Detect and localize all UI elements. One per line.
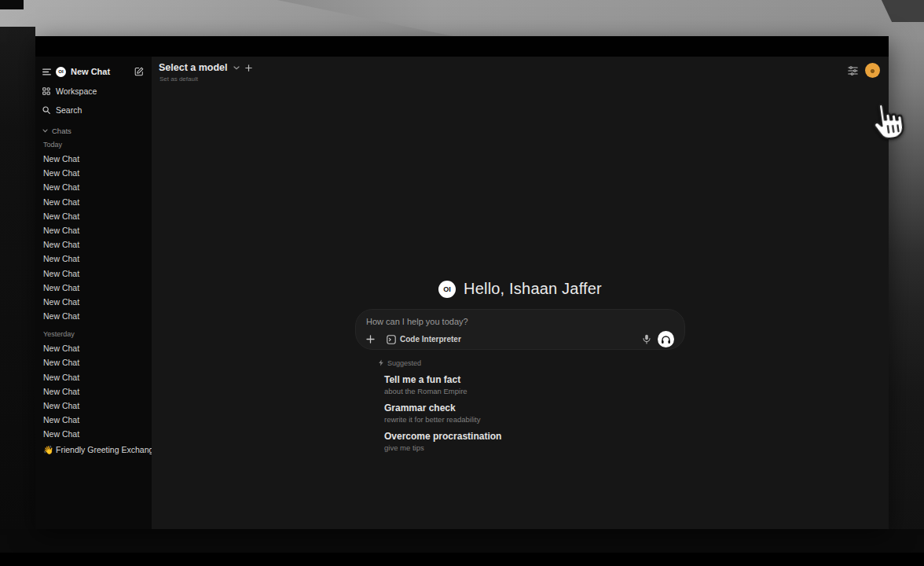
- window-titlebar: [35, 36, 889, 57]
- suggested-label: Suggested: [387, 359, 421, 367]
- chats-section-toggle[interactable]: Chats: [42, 126, 145, 135]
- suggested-prompts: Tell me a fun factabout the Roman Empire…: [355, 374, 685, 452]
- chat-list-item[interactable]: New Chat: [42, 355, 145, 369]
- chats-section-label: Chats: [52, 127, 72, 135]
- main-topbar: Select a model Set as default: [152, 57, 889, 97]
- sidebar-header: OI New Chat: [42, 65, 145, 78]
- chat-list-item[interactable]: New Chat: [42, 252, 145, 266]
- background-right-strip: [889, 36, 924, 530]
- suggested-prompt-title: Overcome procrastination: [384, 431, 685, 442]
- chat-list-item[interactable]: New Chat: [42, 295, 145, 309]
- background-bottom-bar: [0, 553, 924, 566]
- chat-list-item[interactable]: New Chat: [42, 309, 145, 323]
- chat-list-item[interactable]: New Chat: [42, 166, 145, 180]
- greeting: OI Hello, Ishaan Jaffer: [355, 280, 685, 298]
- desktop-background: OI New Chat Workspace Searc: [0, 0, 924, 566]
- app-logo: OI: [438, 281, 456, 298]
- suggested-header: Suggested: [378, 358, 685, 367]
- code-interpreter-button[interactable]: Code Interpreter: [387, 335, 461, 344]
- main-panel: Select a model Set as default: [152, 57, 889, 529]
- chat-list-item[interactable]: New Chat: [42, 399, 145, 413]
- model-selector[interactable]: Select a model: [159, 62, 879, 73]
- suggested-prompt-subtitle: give me tips: [384, 443, 685, 452]
- model-selector-label: Select a model: [159, 62, 228, 73]
- chat-list-item[interactable]: New Chat: [42, 413, 145, 427]
- chat-list-item[interactable]: New Chat: [42, 427, 145, 441]
- attach-plus-button[interactable]: [366, 335, 375, 344]
- controls-sliders-icon[interactable]: [848, 66, 858, 75]
- sidebar-toggle-icon[interactable]: [42, 68, 51, 75]
- chevron-down-icon: [42, 129, 48, 133]
- suggested-section: Suggested Tell me a fun factabout the Ro…: [355, 358, 685, 452]
- chat-list-item[interactable]: New Chat: [42, 281, 145, 295]
- sidebar-title: New Chat: [71, 67, 110, 76]
- suggested-prompt-title: Grammar check: [384, 402, 685, 413]
- voice-call-button[interactable]: [658, 331, 674, 347]
- suggested-prompt-title: Tell me a fun fact: [384, 374, 685, 385]
- new-chat-button[interactable]: [134, 67, 144, 76]
- search-icon: [42, 106, 50, 114]
- user-avatar[interactable]: [865, 63, 880, 78]
- suggested-prompt-subtitle: about the Roman Empire: [384, 387, 685, 395]
- code-interpreter-label: Code Interpreter: [400, 335, 461, 344]
- workspace-grid-icon: [42, 87, 50, 95]
- chat-list-item[interactable]: New Chat: [42, 341, 145, 355]
- background-top-left-notch: [0, 0, 24, 9]
- sidebar-item-workspace[interactable]: Workspace: [42, 86, 145, 97]
- chat-list-item-named[interactable]: 👋 Friendly Greeting Exchange: [42, 443, 145, 457]
- code-interpreter-icon: [387, 335, 396, 344]
- app-window: OI New Chat Workspace Searc: [35, 36, 889, 529]
- background-left-strip: [0, 27, 35, 530]
- greeting-text: Hello, Ishaan Jaffer: [464, 280, 602, 298]
- set-as-default-button[interactable]: Set as default: [160, 75, 879, 83]
- app-logo: OI: [56, 67, 66, 77]
- chat-group-label: Yesterday: [43, 330, 145, 339]
- chat-list-item[interactable]: New Chat: [42, 180, 145, 194]
- message-composer: Code Interpreter: [355, 309, 685, 350]
- chat-list-item[interactable]: New Chat: [42, 370, 145, 384]
- sidebar-item-label: Search: [56, 105, 82, 115]
- composer-controls: Code Interpreter: [366, 331, 674, 347]
- message-input[interactable]: [366, 317, 674, 326]
- microphone-button[interactable]: [643, 334, 651, 344]
- chevron-down-icon: [233, 66, 240, 70]
- suggested-prompt-subtitle: rewrite it for better readability: [384, 415, 685, 424]
- welcome-area: OI Hello, Ishaan Jaffer: [355, 280, 685, 452]
- chat-group-label: Today: [43, 141, 145, 149]
- chat-list-item[interactable]: New Chat: [42, 152, 145, 166]
- chat-list-item[interactable]: New Chat: [42, 266, 145, 281]
- chat-list-item[interactable]: New Chat: [42, 223, 145, 237]
- chat-list-item[interactable]: New Chat: [42, 384, 145, 399]
- sidebar: OI New Chat Workspace Searc: [35, 57, 152, 529]
- add-model-button[interactable]: [245, 64, 252, 72]
- spark-icon: [378, 359, 384, 366]
- chat-list-item[interactable]: New Chat: [42, 209, 145, 223]
- suggested-prompt[interactable]: Overcome procrastinationgive me tips: [384, 431, 685, 452]
- chat-list: TodayNew ChatNew ChatNew ChatNew ChatNew…: [42, 141, 145, 442]
- sidebar-item-label: Workspace: [56, 86, 97, 96]
- chat-list-item[interactable]: New Chat: [42, 237, 145, 252]
- chat-list-item[interactable]: New Chat: [42, 195, 145, 209]
- sidebar-item-search[interactable]: Search: [42, 105, 145, 116]
- suggested-prompt[interactable]: Grammar checkrewrite it for better reada…: [384, 402, 685, 424]
- suggested-prompt[interactable]: Tell me a fun factabout the Roman Empire: [384, 374, 685, 395]
